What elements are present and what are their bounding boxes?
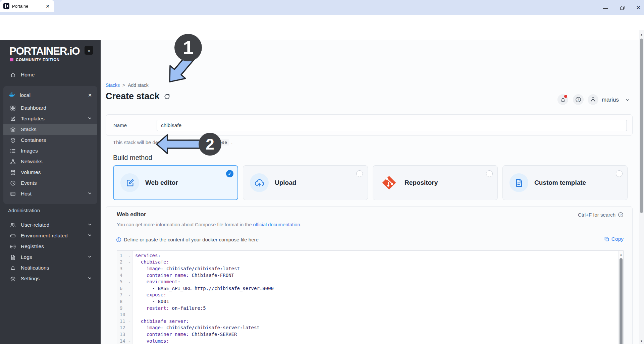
user-menu-button[interactable] bbox=[588, 94, 598, 105]
sidebar-item-label: Networks bbox=[21, 159, 43, 165]
build-method-web-editor[interactable]: Web editor✓ bbox=[113, 165, 238, 200]
define-row: Define or paste the content of your dock… bbox=[116, 237, 259, 242]
line-number: 12 bbox=[117, 325, 126, 330]
deploy-note-text: This stack will be deployed using bbox=[113, 139, 186, 145]
editor-scrollbar[interactable]: ▲ bbox=[618, 251, 623, 344]
editor-scroll-up-icon[interactable]: ▲ bbox=[619, 252, 624, 257]
radio-unselected[interactable] bbox=[486, 170, 493, 177]
chevron-down-icon[interactable] bbox=[625, 98, 630, 102]
sidebar-item-notifications[interactable]: Notifications bbox=[3, 263, 97, 273]
user-icon bbox=[590, 97, 596, 103]
fold-chevron-icon[interactable]: ⌄ bbox=[126, 254, 132, 257]
sidebar-item-volumes[interactable]: Volumes bbox=[3, 167, 97, 178]
official-documentation-link[interactable]: official documentation bbox=[253, 222, 300, 227]
chevron-down-icon bbox=[88, 254, 92, 260]
environment-block: local ✕ DashboardTemplatesStacksContaine… bbox=[3, 86, 97, 204]
volumes-icon bbox=[10, 170, 16, 175]
sidebar-item-label: Logs bbox=[21, 254, 32, 260]
sidebar-item-label: Environment-related bbox=[21, 233, 68, 239]
page-scroll-up-icon[interactable]: ▲ bbox=[639, 32, 644, 37]
build-method-label: Repository bbox=[405, 179, 438, 186]
sidebar-item-settings[interactable]: Settings bbox=[3, 273, 97, 284]
restore-icon bbox=[620, 6, 625, 10]
stack-name-input[interactable] bbox=[157, 120, 627, 131]
radio-unselected[interactable] bbox=[616, 170, 623, 177]
chevron-down-icon bbox=[88, 116, 92, 122]
window-restore-button[interactable] bbox=[617, 3, 627, 12]
sidebar-item-templates[interactable]: Templates bbox=[3, 113, 97, 124]
build-method-repository[interactable]: Repository bbox=[373, 165, 498, 200]
build-method-cards: Web editor✓UploadRepositoryCustom templa… bbox=[113, 165, 633, 200]
editor-scrollbar-thumb[interactable] bbox=[620, 258, 623, 344]
fold-chevron-icon[interactable]: ⌄ bbox=[126, 293, 132, 296]
git-icon bbox=[380, 173, 398, 192]
tab-close-icon[interactable]: ✕ bbox=[46, 4, 50, 9]
docker-icon bbox=[9, 92, 15, 99]
refresh-icon[interactable] bbox=[164, 93, 170, 100]
chevron-down-icon bbox=[88, 222, 92, 228]
svg-text:?: ? bbox=[620, 213, 622, 217]
name-label: Name bbox=[113, 122, 127, 128]
sidebar-item-label: Volumes bbox=[21, 169, 41, 175]
fold-chevron-icon[interactable]: ⌄ bbox=[126, 339, 132, 343]
sidebar-item-user-related[interactable]: User-related bbox=[3, 220, 97, 230]
sidebar-item-logs[interactable]: Logs bbox=[3, 252, 97, 263]
sidebar-item-events[interactable]: Events bbox=[3, 178, 97, 188]
copy-button[interactable]: Copy bbox=[604, 236, 624, 242]
page-scroll-down-icon[interactable]: ▼ bbox=[639, 339, 644, 343]
fold-chevron-icon[interactable]: ⌄ bbox=[126, 260, 132, 264]
sidebar-item-stacks[interactable]: Stacks bbox=[3, 124, 97, 135]
logs-icon bbox=[10, 254, 16, 260]
help-button[interactable]: ? bbox=[573, 94, 584, 105]
code-text: chibisafe: bbox=[132, 259, 169, 265]
chevron-down-icon bbox=[88, 191, 92, 197]
code-line: 7⌄ expose: bbox=[117, 292, 623, 298]
breadcrumb-stacks-link[interactable]: Stacks bbox=[106, 82, 120, 88]
question-circle-icon[interactable]: ? bbox=[618, 212, 624, 218]
code-text: restart: on-failure:5 bbox=[132, 305, 206, 311]
code-line: 11⌄ chibisafe_server: bbox=[117, 318, 623, 325]
compose-info-prefix: You can get more information about Compo… bbox=[117, 222, 252, 227]
web-editor-panel: Web editor Ctrl+F for search ? You can g… bbox=[106, 206, 633, 344]
radio-unselected[interactable] bbox=[356, 170, 363, 177]
page-scrollbar[interactable]: ▲ ▼ bbox=[639, 30, 644, 344]
line-number: 10 bbox=[117, 312, 126, 317]
sidebar-collapse-button[interactable]: « bbox=[85, 46, 93, 55]
sidebar-item-home[interactable]: Home bbox=[4, 69, 97, 80]
chevron-down-icon bbox=[88, 233, 92, 239]
fold-chevron-icon[interactable]: ⌄ bbox=[126, 320, 132, 323]
environment-close-icon[interactable]: ✕ bbox=[88, 93, 92, 98]
build-method-upload[interactable]: Upload bbox=[243, 165, 368, 200]
upload-cloud-icon bbox=[250, 173, 269, 192]
svg-text:?: ? bbox=[577, 98, 579, 101]
line-number: 14 bbox=[117, 338, 126, 344]
sidebar-item-dashboard[interactable]: Dashboard bbox=[3, 103, 97, 113]
web-editor-title: Web editor bbox=[117, 211, 146, 218]
user-name[interactable]: marius bbox=[602, 97, 619, 103]
sidebar-item-registries[interactable]: Registries bbox=[3, 241, 97, 252]
code-line: 1⌄services: bbox=[117, 252, 623, 259]
users-icon bbox=[10, 222, 16, 228]
notifications-button[interactable] bbox=[557, 94, 568, 105]
environment-header[interactable]: local ✕ bbox=[3, 90, 97, 103]
sidebar-item-networks[interactable]: Networks bbox=[3, 156, 97, 167]
administration-menu: User-relatedEnvironment-relatedRegistrie… bbox=[3, 220, 97, 284]
code-line: 12 image: chibisafe/chibisafe-server:lat… bbox=[117, 325, 623, 331]
sidebar-item-images[interactable]: Images bbox=[3, 146, 97, 156]
line-number: 2 bbox=[117, 259, 126, 265]
build-method-heading: Build method bbox=[113, 154, 152, 162]
sidebar-item-label: Containers bbox=[21, 137, 46, 143]
window-minimize-button[interactable]: — bbox=[600, 3, 610, 12]
compose-code-editor[interactable]: 1⌄services:2⌄ chibisafe:3 image: chibisa… bbox=[117, 250, 624, 344]
build-method-custom-template[interactable]: Custom template bbox=[502, 165, 628, 200]
sidebar-item-containers[interactable]: Containers bbox=[3, 135, 97, 146]
line-number: 3 bbox=[117, 266, 126, 271]
edit-square-icon bbox=[10, 116, 16, 122]
window-close-button[interactable]: ✕ bbox=[633, 3, 643, 12]
dashboard-icon bbox=[10, 105, 16, 111]
fold-chevron-icon[interactable]: ⌄ bbox=[126, 280, 132, 283]
images-icon bbox=[10, 148, 16, 154]
sidebar-item-environment-related[interactable]: Environment-related bbox=[3, 230, 97, 241]
page-scrollbar-thumb[interactable] bbox=[640, 39, 643, 213]
sidebar-item-host[interactable]: Host bbox=[3, 188, 97, 199]
